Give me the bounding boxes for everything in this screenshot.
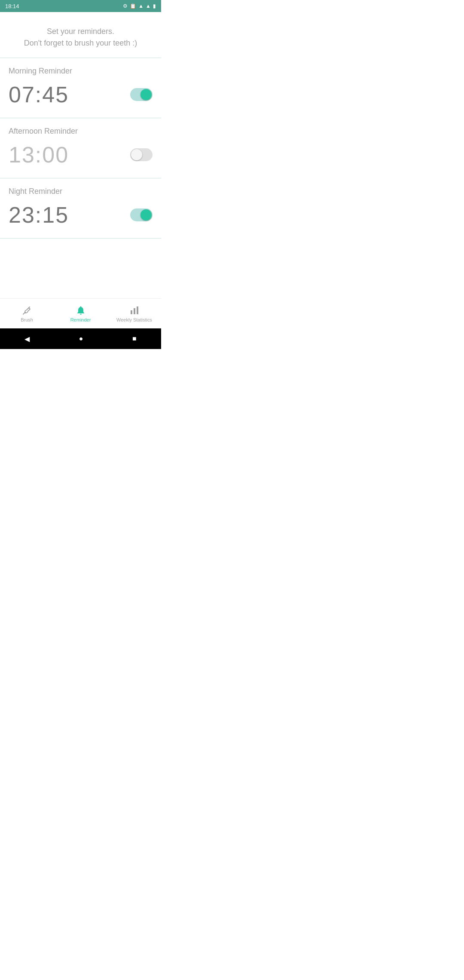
afternoon-reminder-toggle[interactable] — [130, 148, 153, 161]
afternoon-reminder-row: 13:00 — [9, 142, 153, 171]
home-button[interactable]: ● — [79, 335, 83, 343]
signal-icon: ▲ — [146, 3, 151, 9]
night-divider — [0, 238, 161, 239]
morning-reminder-time[interactable]: 07:45 — [9, 82, 69, 107]
night-reminder-time[interactable]: 23:15 — [9, 202, 69, 228]
afternoon-reminder-time[interactable]: 13:00 — [9, 142, 69, 168]
nav-item-reminder[interactable]: Reminder — [54, 299, 107, 328]
nav-label-weekly-statistics: Weekly Statistics — [116, 317, 152, 322]
back-button[interactable]: ◀ — [24, 335, 30, 343]
wifi-icon: ▲ — [138, 3, 143, 9]
battery-icon: ▮ — [153, 3, 156, 9]
nav-item-weekly-statistics[interactable]: Weekly Statistics — [107, 299, 161, 328]
system-nav: ◀ ● ■ — [0, 328, 161, 349]
morning-reminder-row: 07:45 — [9, 82, 153, 111]
status-icons: ⚙ 📋 ▲ ▲ ▮ — [123, 3, 156, 9]
bell-icon — [76, 305, 86, 315]
night-reminder-label: Night Reminder — [9, 187, 153, 196]
chart-icon — [129, 305, 140, 315]
morning-reminder-section: Morning Reminder 07:45 — [0, 58, 161, 118]
night-reminder-row: 23:15 — [9, 202, 153, 231]
main-content: Set your reminders. Don't forget to brus… — [0, 12, 161, 298]
night-reminder-toggle[interactable] — [130, 208, 153, 221]
nav-item-brush[interactable]: Brush — [0, 299, 54, 328]
morning-reminder-label: Morning Reminder — [9, 67, 153, 76]
header-message: Set your reminders. Don't forget to brus… — [0, 12, 161, 58]
header-line2: Don't forget to brush your teeth :) — [9, 37, 153, 49]
recents-button[interactable]: ■ — [132, 335, 137, 343]
svg-rect-1 — [134, 308, 135, 314]
night-reminder-section: Night Reminder 23:15 — [0, 178, 161, 238]
brush-icon — [22, 305, 32, 315]
nav-label-brush: Brush — [21, 317, 33, 322]
nav-label-reminder: Reminder — [70, 317, 91, 322]
svg-rect-0 — [131, 310, 132, 314]
status-bar: 18:14 ⚙ 📋 ▲ ▲ ▮ — [0, 0, 161, 12]
clipboard-status-icon: 📋 — [130, 3, 136, 9]
morning-reminder-toggle[interactable] — [130, 88, 153, 101]
svg-rect-2 — [137, 306, 138, 314]
afternoon-reminder-label: Afternoon Reminder — [9, 127, 153, 136]
afternoon-reminder-section: Afternoon Reminder 13:00 — [0, 118, 161, 178]
settings-status-icon: ⚙ — [123, 3, 128, 9]
bottom-nav: Brush Reminder Weekly Statistics — [0, 298, 161, 328]
status-time: 18:14 — [5, 3, 19, 9]
header-line1: Set your reminders. — [9, 26, 153, 37]
